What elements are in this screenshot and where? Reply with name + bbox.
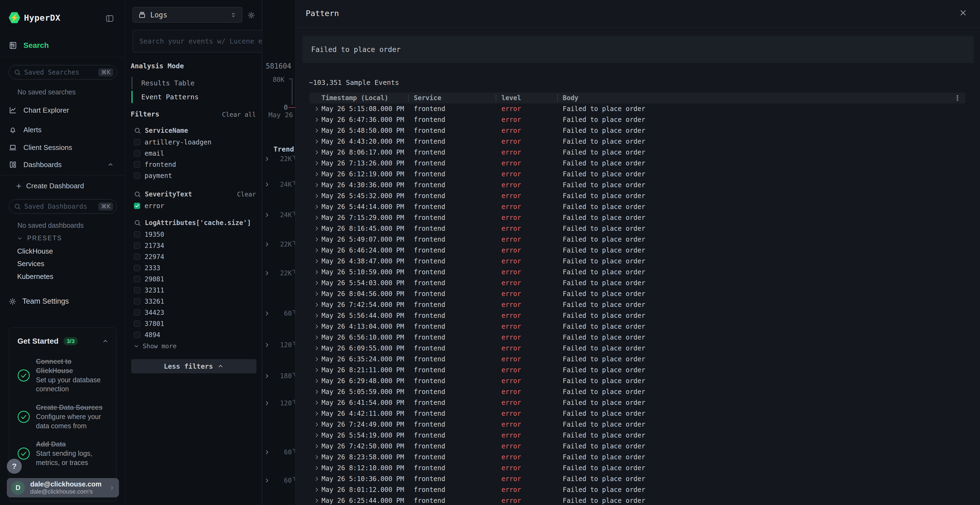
filter-checkbox-item[interactable]: 2333 (131, 262, 256, 273)
filter-checkbox-item[interactable]: 33261 (131, 296, 256, 307)
table-row[interactable]: May 26 5:45:32.000 PMfrontenderrorFailed… (310, 191, 965, 201)
chevron-right-icon[interactable] (310, 334, 321, 341)
chevron-right-icon[interactable] (264, 156, 270, 162)
checkbox[interactable] (134, 161, 140, 168)
checkbox[interactable] (134, 287, 140, 293)
presets-toggle[interactable]: PRESETS (17, 235, 62, 242)
checkbox-checked[interactable] (134, 203, 140, 209)
sidebar-collapse-icon[interactable] (105, 14, 115, 23)
table-row[interactable]: May 26 4:38:47.000 PMfrontenderrorFailed… (310, 256, 965, 267)
chevron-right-icon[interactable] (264, 342, 270, 348)
chevron-right-icon[interactable] (264, 449, 270, 456)
chevron-right-icon[interactable] (310, 116, 321, 123)
chevron-right-icon[interactable] (310, 280, 321, 286)
table-row[interactable]: May 26 7:24:49.000 PMfrontenderrorFailed… (310, 419, 965, 430)
chevron-right-icon[interactable] (264, 400, 270, 407)
get-started-step[interactable]: Connect to ClickHouseSet up your databas… (18, 357, 110, 394)
table-row[interactable]: May 26 8:16:45.000 PMfrontenderrorFailed… (310, 223, 965, 234)
chevron-right-icon[interactable] (310, 410, 321, 417)
filter-checkbox-item[interactable]: 29081 (131, 273, 256, 284)
get-started-step[interactable]: Add DataStart sending logs, metrics, or … (18, 440, 110, 467)
filter-checkbox-item[interactable]: artillery-loadgen (131, 137, 256, 148)
table-row[interactable]: May 26 5:54:19.000 PMfrontenderrorFailed… (310, 430, 965, 441)
chevron-up-icon[interactable] (102, 338, 109, 345)
chevron-right-icon[interactable] (310, 149, 321, 156)
table-row[interactable]: May 26 6:35:24.000 PMfrontenderrorFailed… (310, 354, 965, 365)
table-row[interactable]: May 26 8:04:56.000 PMfrontenderrorFailed… (310, 288, 965, 299)
table-options-kebab-icon[interactable]: ⋮ (954, 94, 961, 102)
checkbox[interactable] (134, 265, 140, 271)
sidebar-item-client-sessions[interactable]: Client Sessions (0, 140, 125, 156)
filter-checkbox-item[interactable]: 37801 (131, 318, 256, 329)
chevron-right-icon[interactable] (310, 193, 321, 199)
chevron-right-icon[interactable] (310, 421, 321, 428)
filter-checkbox-item[interactable]: 32311 (131, 284, 256, 296)
chevron-right-icon[interactable] (264, 241, 270, 248)
chevron-right-icon[interactable] (310, 203, 321, 210)
table-row[interactable]: May 26 8:12:10.000 PMfrontenderrorFailed… (310, 462, 965, 473)
trend-row[interactable]: 24K (262, 179, 295, 190)
chevron-right-icon[interactable] (310, 171, 321, 178)
chevron-right-icon[interactable] (310, 443, 321, 449)
app-logo[interactable]: ⚡ HyperDX (9, 11, 60, 24)
checkbox[interactable] (134, 310, 140, 316)
analysis-mode-option-results-table[interactable]: Results Table (132, 77, 246, 89)
table-row[interactable]: May 26 6:47:36.000 PMfrontenderrorFailed… (310, 114, 965, 125)
source-select[interactable]: Logs (132, 7, 242, 22)
checkbox[interactable] (134, 276, 140, 282)
chevron-right-icon[interactable] (310, 345, 321, 351)
table-row[interactable]: May 26 6:25:44.000 PMfrontenderrorFailed… (310, 495, 965, 505)
chevron-right-icon[interactable] (264, 310, 270, 317)
clear-filter-link[interactable]: Clear (237, 191, 256, 198)
checkbox[interactable] (134, 150, 140, 156)
saved-dashboards-input[interactable]: ⌘K (9, 199, 117, 214)
chevron-right-icon[interactable] (310, 236, 321, 243)
col-header-service[interactable]: Service (414, 94, 501, 102)
table-row[interactable]: May 26 6:46:24.000 PMfrontenderrorFailed… (310, 245, 965, 256)
chevron-right-icon[interactable] (310, 106, 321, 112)
chevron-right-icon[interactable] (310, 312, 321, 319)
chevron-right-icon[interactable] (310, 160, 321, 167)
filter-checkbox-item[interactable]: 22974 (131, 251, 256, 262)
table-row[interactable]: May 26 7:13:26.000 PMfrontenderrorFailed… (310, 158, 965, 169)
checkbox[interactable] (134, 173, 140, 179)
preset-item-kubernetes[interactable]: Kubernetes (17, 272, 53, 281)
table-row[interactable]: May 26 8:01:12.000 PMfrontenderrorFailed… (310, 484, 965, 495)
filter-checkbox-item[interactable]: error (131, 200, 256, 211)
checkbox[interactable] (134, 243, 140, 249)
filter-checkbox-item[interactable]: 19350 (131, 229, 256, 240)
chevron-right-icon[interactable] (264, 181, 270, 188)
table-row[interactable]: May 26 6:56:10.000 PMfrontenderrorFailed… (310, 332, 965, 343)
table-row[interactable]: May 26 8:06:17.000 PMfrontenderrorFailed… (310, 147, 965, 158)
chevron-right-icon[interactable] (310, 291, 321, 297)
chevron-right-icon[interactable] (310, 399, 321, 406)
table-row[interactable]: May 26 5:48:50.000 PMfrontenderrorFailed… (310, 125, 965, 136)
table-row[interactable]: May 26 4:43:20.000 PMfrontenderrorFailed… (310, 136, 965, 147)
preset-item-clickhouse[interactable]: ClickHouse (17, 247, 53, 256)
table-row[interactable]: May 26 6:09:55.000 PMfrontenderrorFailed… (310, 343, 965, 354)
chevron-right-icon[interactable] (310, 138, 321, 145)
sidebar-item-dashboards[interactable]: Dashboards (0, 157, 125, 173)
sidebar-item-alerts[interactable]: Alerts (0, 122, 125, 138)
chevron-up-icon[interactable] (9, 41, 15, 48)
chevron-right-icon[interactable] (310, 389, 321, 395)
chevron-right-icon[interactable] (310, 356, 321, 362)
table-row[interactable]: May 26 4:13:04.000 PMfrontenderrorFailed… (310, 321, 965, 332)
table-row[interactable]: May 26 5:05:59.000 PMfrontenderrorFailed… (310, 386, 965, 397)
filter-checkbox-item[interactable]: frontend (131, 159, 256, 170)
trend-row[interactable]: 180 (262, 371, 295, 381)
chevron-right-icon[interactable] (310, 214, 321, 221)
chevron-right-icon[interactable] (264, 212, 270, 218)
column-resize-handle[interactable] (557, 95, 558, 102)
trend-row[interactable]: 24K (262, 210, 295, 221)
saved-searches-input[interactable]: ⌘K (9, 65, 117, 79)
saved-searches-field[interactable] (24, 68, 95, 76)
col-header-level[interactable]: level (501, 94, 563, 102)
sidebar-item-team-settings[interactable]: Team Settings (9, 297, 69, 306)
table-row[interactable]: May 26 4:42:11.000 PMfrontenderrorFailed… (310, 408, 965, 419)
trend-row[interactable]: 120 (262, 340, 295, 351)
table-row[interactable]: May 26 5:54:03.000 PMfrontenderrorFailed… (310, 278, 965, 288)
chevron-right-icon[interactable] (310, 497, 321, 504)
chevron-right-icon[interactable] (310, 269, 321, 275)
analysis-mode-option-event-patterns[interactable]: Event Patterns (132, 91, 246, 103)
